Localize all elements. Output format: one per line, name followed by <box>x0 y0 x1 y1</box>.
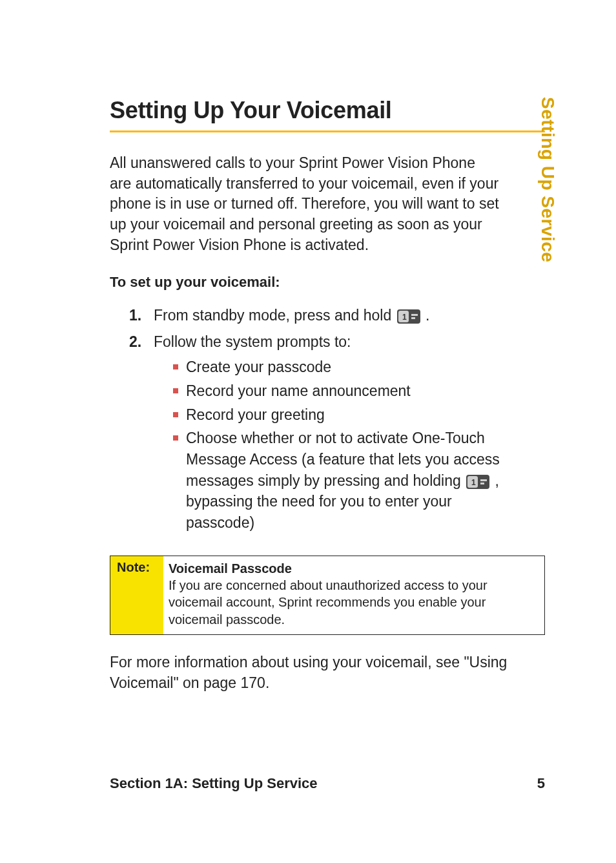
note-label: Note: <box>110 556 163 635</box>
intro-paragraph: All unanswered calls to your Sprint Powe… <box>110 153 545 256</box>
note-title: Voicemail Passcode <box>169 561 292 576</box>
footer-page-number: 5 <box>537 775 545 792</box>
page-footer: Section 1A: Setting Up Service 5 <box>110 775 545 792</box>
note-callout: Note: Voicemail Passcode If you are conc… <box>110 556 545 636</box>
bullet-icon <box>173 412 178 417</box>
note-text: If you are concerned about unauthorized … <box>169 578 488 627</box>
one-key-icon: 1 <box>466 475 489 489</box>
note-body: Voicemail Passcode If you are concerned … <box>163 556 544 635</box>
svg-rect-3 <box>411 314 418 316</box>
svg-text:1: 1 <box>471 478 476 487</box>
step-1-text-pre: From standby mode, press and hold <box>154 307 396 324</box>
sub-item-text: Record your name announcement <box>186 380 519 402</box>
procedure-subhead: To set up your voicemail: <box>110 274 545 291</box>
heading-rule <box>110 130 545 132</box>
one-key-icon: 1 <box>397 309 420 324</box>
sub-item: Record your greeting <box>173 404 519 426</box>
footer-section: Section 1A: Setting Up Service <box>110 775 318 792</box>
sub-item: Choose whether or not to activate One-To… <box>173 428 519 533</box>
closing-paragraph: For more information about using your vo… <box>110 652 545 693</box>
bullet-icon <box>173 364 178 369</box>
sub-item-last-pre: Choose whether or not to activate One-To… <box>186 430 500 488</box>
step-1-text-post: . <box>426 307 429 324</box>
sub-item-text: Choose whether or not to activate One-To… <box>186 428 519 533</box>
step-1: 1. From standby mode, press and hold 1 . <box>129 305 519 326</box>
section-side-tab: Setting Up Service <box>537 97 558 262</box>
step-2-sublist: Create your passcode Record your name an… <box>154 357 519 533</box>
step-body: From standby mode, press and hold 1 . <box>154 305 519 326</box>
step-number: 1. <box>129 305 154 326</box>
bullet-icon <box>173 388 178 393</box>
svg-rect-4 <box>411 317 415 319</box>
sub-item-text: Create your passcode <box>186 357 519 378</box>
sub-item-text: Record your greeting <box>186 404 519 426</box>
step-2-text: Follow the system prompts to: <box>154 333 351 350</box>
step-body: Follow the system prompts to: Create you… <box>154 331 519 536</box>
sub-item: Create your passcode <box>173 357 519 378</box>
svg-rect-8 <box>480 479 487 481</box>
page-heading: Setting Up Your Voicemail <box>110 97 545 124</box>
svg-rect-9 <box>480 483 484 484</box>
steps-list: 1. From standby mode, press and hold 1 .… <box>110 305 545 536</box>
bullet-icon <box>173 435 178 441</box>
step-number: 2. <box>129 331 154 536</box>
sub-item: Record your name announcement <box>173 380 519 402</box>
svg-text:1: 1 <box>402 313 407 322</box>
step-2: 2. Follow the system prompts to: Create … <box>129 331 519 536</box>
